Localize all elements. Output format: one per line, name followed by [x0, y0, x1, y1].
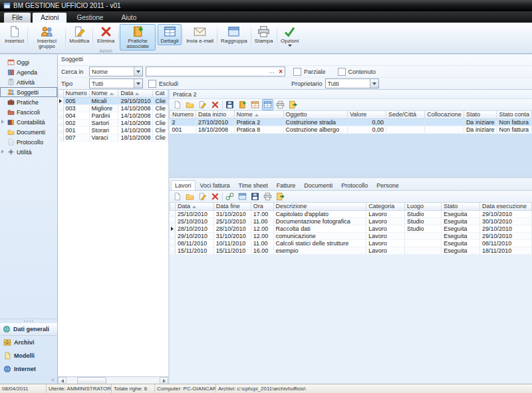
column-header-data[interactable]: Data	[118, 90, 153, 97]
chevron-down-icon[interactable]	[370, 79, 378, 88]
table-row[interactable]: 08/11/201010/11/201011.00Calcoli statici…	[170, 239, 532, 247]
table-row[interactable]: 15/11/201015/11/201016.00esempioLavoroEs…	[170, 247, 532, 254]
table-row[interactable]: 005Micali29/10/2010Clie	[59, 97, 168, 104]
grid-orange-toolbar-button[interactable]	[249, 99, 261, 110]
column-header-nome[interactable]: Nome	[89, 90, 118, 97]
chevron-down-icon[interactable]	[134, 67, 142, 76]
table-row[interactable]: 29/10/201031/10/201012.00comunicazioneLa…	[170, 232, 532, 239]
table-row[interactable]: 002Sartori14/10/2008Clie	[59, 119, 168, 126]
opzioni-button[interactable]: Opzioni	[278, 24, 302, 48]
table-toolbar-button[interactable]	[262, 99, 273, 110]
sidebar-item-fascicoli[interactable]: Fascicoli	[0, 107, 57, 117]
column-header-categoria[interactable]: Categoria	[366, 203, 405, 210]
tab-documenti[interactable]: Documenti	[300, 180, 336, 190]
table-row[interactable]: 28/10/201028/10/201012.00Raccolta datiLa…	[170, 225, 532, 232]
pencil-toolbar-button[interactable]	[197, 99, 208, 110]
sidebar-item-utilita[interactable]: Utilità	[0, 147, 57, 157]
pratiche-associate-button[interactable]: Pratiche associate	[120, 24, 156, 51]
escludi-checkbox[interactable]	[148, 80, 156, 88]
column-header-data-fine[interactable]: Data fine	[213, 203, 251, 210]
notebook-plus-toolbar-button[interactable]	[237, 99, 248, 110]
sidebar-item-archivi[interactable]: Archivi	[0, 336, 57, 349]
column-header-nome[interactable]: Nome	[234, 111, 283, 118]
tab-aiuto[interactable]: Aiuto	[113, 13, 144, 23]
sidebar-item-internet[interactable]: Internet	[0, 362, 57, 376]
parziale-checkbox[interactable]	[293, 68, 301, 76]
tab-fatture[interactable]: Fatture	[273, 180, 300, 190]
tab-protocollo[interactable]: Protocollo	[337, 180, 372, 190]
inserisci-gruppo-button[interactable]: Inserisci gruppo	[29, 24, 65, 51]
table-row[interactable]: 007Varaci18/10/2008Clie	[59, 134, 168, 141]
sidebar-item-pratiche[interactable]: Pratiche	[0, 97, 57, 107]
table-row[interactable]: 25/10/201025/10/201011.00Documentazione …	[170, 217, 532, 225]
column-header-descrizione[interactable]: Descrizione	[273, 203, 366, 210]
tab-lavori[interactable]: Lavori	[171, 180, 196, 190]
inserisci-button[interactable]: Inserisci	[2, 24, 27, 45]
stampa-button[interactable]: Stampa	[252, 24, 276, 45]
page-toolbar-button[interactable]	[172, 191, 183, 202]
column-header-data-esecuzione[interactable]: Data esecuzione	[480, 203, 532, 210]
column-header-cat[interactable]: Cat	[153, 90, 168, 97]
collapse-chevron-icon[interactable]: «	[51, 377, 55, 383]
delete-toolbar-button[interactable]	[209, 191, 221, 202]
column-header-numero[interactable]: Numero	[63, 90, 89, 97]
column-header-stato-conta[interactable]: Stato conta	[497, 111, 532, 118]
column-header-data-inizio[interactable]: Data inizio	[196, 111, 235, 118]
tipo-combo[interactable]: Tutti	[89, 78, 143, 88]
sidebar-footer-header[interactable]: Dati generali	[0, 323, 57, 336]
sidebar-item-oggi[interactable]: Oggi	[0, 57, 57, 67]
expander-icon[interactable]	[1, 120, 4, 124]
search-input[interactable]	[146, 68, 267, 75]
floppy-toolbar-button[interactable]	[224, 99, 235, 110]
column-header-stato[interactable]: Stato	[464, 111, 497, 118]
tab-time-sheet[interactable]: Time sheet	[235, 180, 272, 190]
tab-azioni[interactable]: Azioni	[33, 13, 66, 23]
pencil-toolbar-button[interactable]	[197, 191, 208, 202]
floppy-toolbar-button[interactable]	[249, 191, 261, 202]
sidebar-item-attivita[interactable]: Attività	[0, 77, 57, 87]
sidebar-item-documenti[interactable]: Documenti	[0, 127, 57, 137]
sidebar-item-modelli[interactable]: Modelli	[0, 349, 57, 362]
window-toolbar-button[interactable]	[237, 191, 248, 202]
tab-voci-fattura[interactable]: Voci fattura	[196, 180, 234, 190]
cerca-in-combo[interactable]: Nome	[89, 66, 143, 76]
column-header-oggetto[interactable]: Oggetto	[283, 111, 348, 118]
column-header-collocazione[interactable]: Collocazione	[425, 111, 464, 118]
folder-toolbar-button[interactable]	[184, 191, 196, 202]
printer-toolbar-button[interactable]	[275, 99, 286, 110]
table-row[interactable]: 25/10/201031/10/201017.00Capitolato d'ap…	[170, 210, 532, 217]
chevron-down-icon[interactable]	[134, 79, 142, 88]
expander-icon[interactable]	[1, 150, 4, 154]
sidebar-item-agenda[interactable]: Agenda	[0, 67, 57, 77]
proprietario-combo[interactable]: Tutti	[325, 78, 379, 88]
folder-toolbar-button[interactable]	[184, 99, 196, 110]
link-toolbar-button[interactable]	[224, 191, 235, 202]
tab-file[interactable]: File	[4, 13, 31, 23]
column-header-valore[interactable]: Valore	[348, 111, 386, 118]
column-header-ora[interactable]: Ora	[251, 203, 273, 210]
export-toolbar-button[interactable]	[275, 191, 286, 202]
contenuto-checkbox[interactable]	[338, 68, 346, 76]
sidebar-splitter[interactable]	[0, 319, 57, 323]
table-row[interactable]: 227/10/2010Pratica 2Costruzione strada0,…	[170, 118, 532, 126]
table-row[interactable]: 001Storari14/10/2008Clie	[59, 126, 168, 134]
column-header-numero[interactable]: Numero	[170, 111, 196, 118]
printer-toolbar-button[interactable]	[262, 191, 273, 202]
modifica-button[interactable]: Modifica	[66, 24, 92, 45]
table-row[interactable]: 004Pardini14/10/2008Clie	[59, 112, 168, 119]
table-row[interactable]: 00118/10/2008Pratica 8Costruzione alberg…	[170, 126, 532, 133]
column-header-luogo[interactable]: Luogo	[404, 203, 441, 210]
table-row[interactable]: 003Migliore14/10/2008Clie	[59, 104, 168, 112]
invia-e-mail-button[interactable]: Invia e-mail	[184, 24, 216, 45]
column-header-sede-citta[interactable]: Sede/Città	[386, 111, 425, 118]
page-toolbar-button[interactable]	[172, 99, 183, 110]
dettagli-button[interactable]: Dettagli	[158, 24, 182, 45]
tab-gestione[interactable]: Gestione	[68, 13, 111, 23]
column-header-stato[interactable]: Stato	[442, 203, 480, 210]
browse-ellipsis-button[interactable]: …	[267, 68, 277, 75]
column-header-data[interactable]: Data	[175, 203, 213, 210]
sidebar-item-contabilita[interactable]: Contabilità	[0, 117, 57, 127]
clear-search-button[interactable]: ×	[277, 68, 285, 75]
export-toolbar-button[interactable]	[287, 99, 299, 110]
elimina-button[interactable]: Elimina	[94, 24, 118, 45]
